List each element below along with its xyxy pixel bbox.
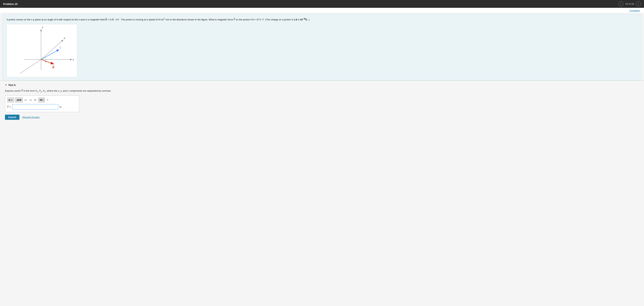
part-a-section: ▼ Part A Express vector F in the form Fx… [0, 81, 644, 123]
next-problem-button[interactable]: › [636, 2, 641, 6]
header-navigation: ‹ 15 of 42 › [618, 2, 641, 6]
math-symbols-button[interactable]: ΑΣΦ [15, 97, 23, 102]
header: Problem 15 ‹ 15 of 42 › [0, 0, 644, 8]
prev-problem-button[interactable]: ‹ [618, 2, 623, 6]
constants-link[interactable]: Constants [629, 9, 640, 12]
svg-rect-0 [7, 24, 77, 77]
request-answer-button[interactable]: Request Answer [22, 116, 40, 118]
problem-title: Problem 15 [3, 3, 18, 6]
problem-text: A proton moves on the x-y plane at an an… [6, 17, 638, 22]
constants-bar: Constants [0, 8, 644, 13]
help-button[interactable]: ? [46, 98, 49, 102]
svg-text:x: x [72, 58, 74, 61]
svg-text:z: z [42, 26, 43, 29]
figure-svg: z x y v B θ [7, 24, 77, 77]
part-a-instruction: Express vector F in the form Fx, Fy, Fz,… [5, 89, 639, 93]
format-button[interactable]: ■ √□ [7, 97, 14, 102]
answer-toolbar: ■ √□ ΑΣΦ ↩ ↪ ↻ ⌨ ] ? [7, 97, 77, 102]
keyboard-button[interactable]: ⌨ ] [38, 97, 45, 102]
input-row: F = N [7, 104, 77, 109]
part-a-header[interactable]: ▼ Part A [5, 84, 639, 86]
problem-counter: 15 of 42 [625, 3, 634, 5]
redo-button[interactable]: ↪ [29, 98, 32, 102]
action-row: Submit Request Answer [5, 115, 639, 120]
part-a-collapse-icon: ▼ [5, 84, 7, 86]
submit-button[interactable]: Submit [5, 115, 20, 120]
input-label: F = [7, 106, 11, 108]
undo-button[interactable]: ↩ [24, 98, 28, 102]
svg-text:y: y [64, 37, 65, 39]
sqrt-icon: √□ [10, 99, 13, 101]
svg-text:B: B [52, 66, 54, 69]
answer-input[interactable] [12, 104, 58, 109]
problem-container: A proton moves on the x-y plane at an an… [2, 14, 642, 81]
answer-box: ■ √□ ΑΣΦ ↩ ↪ ↻ ⌨ ] ? F = N [5, 95, 79, 112]
reset-button[interactable]: ↻ [34, 98, 37, 102]
unit-label: N [60, 106, 61, 108]
svg-text:θ: θ [45, 60, 46, 63]
part-a-label: Part A [8, 84, 16, 86]
format-icon: ■ [9, 99, 10, 101]
figure-box: z x y v B θ [6, 24, 77, 77]
